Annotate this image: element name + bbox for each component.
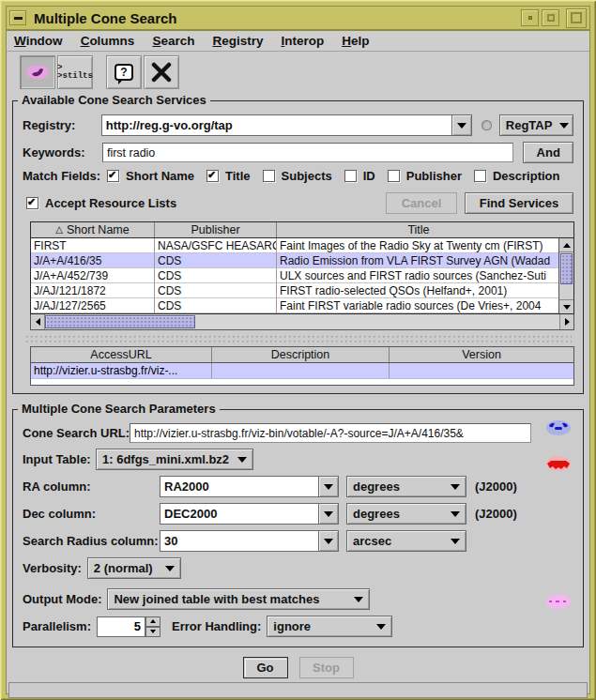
input-table-combo[interactable]: 1: 6dfgs_mini.xml.bz2 [96,449,253,470]
results-table: △ Short Name Publisher Title FIRST NASA/… [30,221,574,314]
radius-dropdown-button[interactable] [318,531,338,551]
detail-table-row[interactable]: http://vizier.u-strasbg.fr/viz-... [31,363,573,379]
and-button[interactable]: And [523,142,573,163]
registry-input[interactable]: http://reg.g-vo.org/tap [102,115,451,135]
ra-epoch-label: (J2000) [475,479,517,494]
spinner-up-button[interactable] [145,616,160,627]
checkbox-id[interactable] [344,170,357,182]
radius-unit-combo[interactable]: arcsec [346,530,466,552]
scroll-down-button[interactable] [559,299,573,313]
go-button[interactable]: Go [243,657,288,678]
chevron-down-icon [324,484,333,490]
column-header-accessurl[interactable]: AccessURL [31,347,212,362]
menu-registry[interactable]: Registry [212,34,263,48]
error-handling-combo[interactable]: ignore [267,616,392,637]
parameters-groupbox: Multiple Cone Search Parameters Cone Sea… [12,409,584,647]
scroll-right-button[interactable] [559,314,573,329]
parallelism-value[interactable]: 5 [97,616,145,637]
registry-dropdown-button[interactable] [451,115,471,135]
maximize-button[interactable] [542,9,559,26]
checkbox-subjects[interactable] [263,170,275,182]
menu-window[interactable]: Window [14,34,63,48]
checkbox-description-label: Description [493,169,560,183]
table-row[interactable]: J/A+A/416/35 CDS Radio Emission from VLA… [31,253,560,268]
search-radius-combo[interactable]: 30 [160,530,339,552]
table-row[interactable]: J/A+A/452/739 CDS ULX sources and FIRST … [31,268,560,283]
checkbox-short-name[interactable] [107,170,119,182]
window-title: Multiple Cone Search [34,10,177,26]
vertical-scrollbar-thumb[interactable] [560,253,573,284]
dec-column-combo[interactable]: DEC2000 [160,503,339,525]
horizontal-scrollbar[interactable] [30,314,574,330]
verbosity-label: Verbosity: [23,561,82,575]
iconify-button[interactable] [521,9,539,26]
ra-column-combo[interactable]: RA2000 [160,476,339,497]
column-header-version[interactable]: Version [390,347,573,362]
menu-search[interactable]: Search [152,34,194,48]
services-groupbox: Available Cone Search Services Registry:… [12,100,584,394]
spinner-down-button[interactable] [145,627,160,637]
search-radius-input[interactable]: 30 [160,531,318,551]
chevron-down-icon [451,511,460,517]
help-button[interactable]: ? [106,55,142,89]
cone-search-url-input[interactable]: http://vizier.u-strasbg.fr/viz-bin/votab… [130,423,531,443]
dec-dropdown-button[interactable] [318,504,338,524]
menubar: Window Columns Search Registry Interop H… [7,31,589,52]
checkbox-description[interactable] [474,170,486,182]
verbosity-combo[interactable]: 2 (normal) [87,557,181,579]
scroll-left-button[interactable] [31,314,45,329]
dec-unit-combo[interactable]: degrees [346,503,466,525]
registry-combo[interactable]: http://reg.g-vo.org/tap [101,114,472,136]
error-handling-value: ignore [273,619,311,633]
vertical-scrollbar[interactable] [558,238,573,313]
column-header-description[interactable]: Description [212,347,390,362]
close-button[interactable] [144,55,179,89]
window-menu-button[interactable] [9,10,26,25]
radius-unit-value: arcsec [353,534,391,548]
action-bar: Go Stop [12,657,584,678]
stop-button[interactable]: Stop [299,657,354,678]
checkbox-title[interactable] [206,170,219,182]
find-services-button[interactable]: Find Services [465,192,573,214]
keywords-label: Keywords: [23,145,102,160]
results-table-header: △ Short Name Publisher Title [31,222,573,238]
column-header-publisher[interactable]: Publisher [155,222,277,237]
split-pane-divider[interactable] [24,334,572,342]
dec-column-input[interactable]: DEC2000 [160,504,318,524]
menu-columns[interactable]: Columns [81,34,135,48]
window-menu-icon [14,17,23,20]
column-header-title[interactable]: Title [277,222,560,237]
stilts-button[interactable]: > >stilts [57,55,93,89]
chevron-down-icon [457,123,466,129]
output-mode-combo[interactable]: New joined table with best matches [107,588,370,610]
parallelism-spinner[interactable]: 5 [97,616,160,637]
ra-column-input[interactable]: RA2000 [160,477,318,496]
horizontal-scrollbar-thumb[interactable] [45,315,195,328]
menu-interop[interactable]: Interop [281,34,324,48]
table-row[interactable]: J/AJ/127/2565 CDS Faint FIRST variable r… [31,298,560,313]
close-window-button[interactable] [566,8,587,28]
column-header-short-name[interactable]: △ Short Name [31,222,155,237]
table-row[interactable]: FIRST NASA/GSFC HEASARC Faint Images of … [31,238,560,253]
topcat-icon [24,63,51,82]
ra-unit-combo[interactable]: degrees [346,476,466,497]
checkbox-publisher[interactable] [388,170,400,182]
scroll-up-button[interactable] [559,238,573,252]
ra-dropdown-button[interactable] [318,477,338,496]
parallelism-label: Parallelism: [23,619,91,633]
footprint-icon-service [545,419,572,436]
parameters-group-title: Multiple Cone Search Parameters [18,402,220,416]
sort-ascending-icon: △ [55,225,63,235]
keywords-input[interactable]: first radio [102,143,514,162]
accept-resource-lists-checkbox[interactable] [26,197,38,209]
registry-protocol-value: RegTAP [506,118,553,132]
titlebar[interactable]: Multiple Cone Search [7,7,589,31]
menu-help[interactable]: Help [342,34,369,48]
topcat-window-button[interactable] [20,55,55,89]
registry-protocol-combo[interactable]: RegTAP [499,114,573,136]
chevron-down-icon [324,511,333,517]
table-row[interactable]: J/AJ/121/1872 CDS FIRST radio-selected Q… [31,283,560,298]
detail-table-header: AccessURL Description Version [31,347,573,363]
checkbox-id-label: ID [363,169,375,183]
cancel-button[interactable]: Cancel [386,192,457,214]
